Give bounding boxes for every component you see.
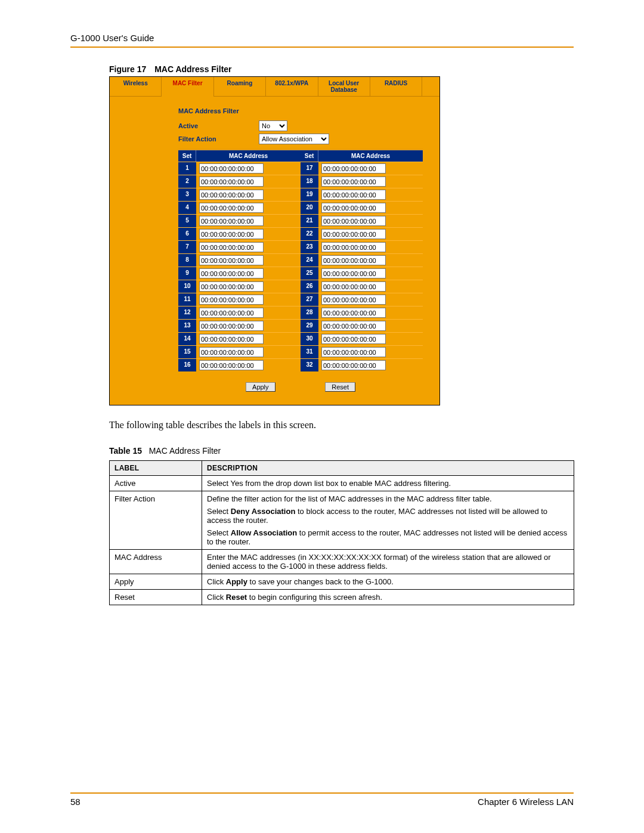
mac-address-input[interactable] bbox=[199, 255, 264, 265]
mac-address-input[interactable] bbox=[321, 163, 386, 174]
mac-set-number: 16 bbox=[178, 359, 196, 371]
mac-address-input[interactable] bbox=[321, 229, 386, 239]
tab-roaming[interactable]: Roaming bbox=[214, 77, 266, 97]
mac-set-number: 32 bbox=[301, 359, 318, 371]
tab-802-1x-wpa[interactable]: 802.1x/WPA bbox=[266, 77, 318, 97]
mac-row: 15 bbox=[178, 345, 301, 358]
mac-address-input[interactable] bbox=[199, 308, 264, 318]
tab-mac-filter[interactable]: MAC Filter bbox=[162, 77, 213, 97]
mac-set-number: 2 bbox=[178, 175, 196, 188]
header-rule bbox=[70, 47, 574, 48]
tab-local-user-database[interactable]: Local UserDatabase bbox=[318, 77, 370, 97]
table-row: Filter ActionDefine the filter action fo… bbox=[110, 491, 574, 550]
mac-address-input[interactable] bbox=[199, 190, 264, 200]
mac-set-number: 19 bbox=[301, 188, 318, 201]
footer-rule bbox=[70, 792, 574, 794]
mac-address-input[interactable] bbox=[321, 281, 386, 292]
mac-address-input[interactable] bbox=[321, 203, 386, 213]
mac-address-input[interactable] bbox=[199, 321, 264, 331]
tab-spacer bbox=[422, 77, 439, 97]
mac-set-number: 31 bbox=[301, 346, 318, 358]
mac-set-number: 14 bbox=[178, 333, 196, 345]
mac-set-number: 27 bbox=[301, 293, 318, 306]
table-row: ApplyClick Apply to save your changes ba… bbox=[110, 574, 574, 590]
mac-row: 22 bbox=[301, 227, 423, 240]
mac-address-input[interactable] bbox=[199, 360, 264, 370]
mac-row: 3 bbox=[178, 188, 301, 201]
mac-row: 32 bbox=[301, 358, 423, 371]
mac-row: 24 bbox=[301, 253, 423, 267]
mac-address-input[interactable] bbox=[321, 190, 386, 200]
figure-caption: Figure 17 MAC Address Filter bbox=[109, 64, 574, 74]
mac-address-input[interactable] bbox=[321, 242, 386, 252]
mac-set-number: 24 bbox=[301, 254, 318, 267]
mac-row: 20 bbox=[301, 201, 423, 214]
mac-row: 13 bbox=[178, 319, 301, 332]
mac-address-input[interactable] bbox=[199, 216, 264, 226]
mac-address-input[interactable] bbox=[321, 176, 386, 187]
mac-set-number: 21 bbox=[301, 215, 318, 227]
filter-action-select[interactable]: Allow Association bbox=[259, 134, 329, 144]
cell-label: MAC Address bbox=[110, 550, 202, 574]
table-row: MAC AddressEnter the MAC addresses (in X… bbox=[110, 550, 574, 574]
mac-address-input[interactable] bbox=[321, 308, 386, 318]
mac-set-number: 30 bbox=[301, 333, 318, 345]
mac-row: 25 bbox=[301, 267, 423, 280]
mac-row: 14 bbox=[178, 332, 301, 345]
mac-address-input[interactable] bbox=[199, 176, 264, 187]
mac-address-input[interactable] bbox=[199, 229, 264, 239]
mac-row: 18 bbox=[301, 175, 423, 188]
cell-label: Filter Action bbox=[110, 491, 202, 550]
mac-address-input[interactable] bbox=[199, 242, 264, 252]
config-screenshot: WirelessMAC FilterRoaming802.1x/WPALocal… bbox=[109, 76, 440, 405]
cell-description: Define the filter action for the list of… bbox=[202, 491, 574, 550]
mac-row: 9 bbox=[178, 267, 301, 280]
mac-address-input[interactable] bbox=[199, 295, 264, 305]
mac-address-input[interactable] bbox=[321, 321, 386, 331]
mac-address-input[interactable] bbox=[199, 281, 264, 292]
mac-set-number: 25 bbox=[301, 267, 318, 280]
mac-set-number: 12 bbox=[178, 306, 196, 319]
mac-row: 23 bbox=[301, 240, 423, 253]
mac-set-number: 20 bbox=[301, 202, 318, 214]
cell-description: Select Yes from the drop down list box t… bbox=[202, 476, 574, 491]
table-caption: Table 15 MAC Address Filter bbox=[109, 446, 574, 456]
mac-address-input[interactable] bbox=[321, 268, 386, 278]
active-select[interactable]: No bbox=[259, 120, 287, 131]
filter-action-label: Filter Action bbox=[178, 135, 259, 143]
mac-row: 11 bbox=[178, 293, 301, 306]
tab-radius[interactable]: RADIUS bbox=[370, 77, 422, 97]
mac-row: 6 bbox=[178, 227, 301, 240]
mac-address-input[interactable] bbox=[199, 203, 264, 213]
section-title: MAC Address Filter bbox=[178, 107, 423, 114]
page-footer: 58 Chapter 6 Wireless LAN bbox=[70, 792, 574, 807]
mac-address-input[interactable] bbox=[199, 347, 264, 357]
mac-address-input[interactable] bbox=[199, 163, 264, 174]
tab-wireless[interactable]: Wireless bbox=[110, 77, 162, 97]
mac-set-number: 17 bbox=[301, 162, 318, 175]
mac-address-input[interactable] bbox=[199, 268, 264, 278]
mac-row: 4 bbox=[178, 201, 301, 214]
mac-address-input[interactable] bbox=[321, 334, 386, 344]
figure-number: Figure 17 bbox=[109, 64, 146, 74]
mac-address-input[interactable] bbox=[321, 295, 386, 305]
mac-set-number: 28 bbox=[301, 306, 318, 319]
cell-label: Active bbox=[110, 476, 202, 491]
mac-row: 28 bbox=[301, 306, 423, 319]
apply-button[interactable]: Apply bbox=[246, 382, 275, 392]
mac-row: 16 bbox=[178, 358, 301, 371]
mac-address-input[interactable] bbox=[321, 347, 386, 357]
mac-row: 26 bbox=[301, 280, 423, 293]
mac-row: 8 bbox=[178, 253, 301, 267]
reset-button[interactable]: Reset bbox=[325, 382, 355, 392]
mac-row: 5 bbox=[178, 214, 301, 227]
mac-row: 31 bbox=[301, 345, 423, 358]
figure-title: MAC Address Filter bbox=[154, 64, 231, 74]
mac-address-input[interactable] bbox=[199, 334, 264, 344]
mac-row: 12 bbox=[178, 306, 301, 319]
mac-address-input[interactable] bbox=[321, 360, 386, 370]
table-title: MAC Address Filter bbox=[149, 446, 221, 456]
cell-description: Enter the MAC addresses (in XX:XX:XX:XX:… bbox=[202, 550, 574, 574]
mac-address-input[interactable] bbox=[321, 255, 386, 265]
mac-address-input[interactable] bbox=[321, 216, 386, 226]
